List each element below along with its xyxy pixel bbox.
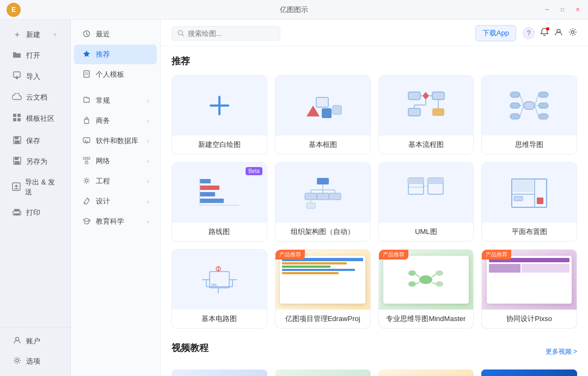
cat-education[interactable]: 教育科学 › xyxy=(74,212,157,231)
recommend-title: 推荐 xyxy=(171,55,577,67)
cat-business-label: 商务 xyxy=(96,116,110,126)
top-bar: 下载App ? xyxy=(161,20,588,46)
cat-design[interactable]: 设计 › xyxy=(74,192,157,211)
edrawproj-preview xyxy=(280,256,365,304)
svg-rect-60 xyxy=(510,114,520,119)
template-new-blank[interactable]: 新建空白绘图 xyxy=(171,75,267,155)
org-chart-img xyxy=(275,163,370,223)
svg-rect-71 xyxy=(200,186,219,190)
svg-rect-9 xyxy=(15,157,19,160)
left-sidebar: ＋ 新建 ＋ 打开 导入 云文档 模板社区 xyxy=(0,20,71,376)
search-box[interactable] xyxy=(171,26,280,41)
svg-rect-23 xyxy=(84,119,89,124)
svg-line-117 xyxy=(416,282,419,284)
cat-personal[interactable]: 个人模板 xyxy=(74,65,157,84)
cat-software-label: 软件和数据库 xyxy=(96,136,138,146)
export-icon xyxy=(12,182,21,193)
svg-rect-93 xyxy=(427,178,443,183)
cat-business[interactable]: 商务 › xyxy=(74,111,157,131)
content-scroll: 推荐 新建空白绘图 xyxy=(161,46,588,376)
flow-diagram-svg xyxy=(404,87,448,125)
nav-export[interactable]: 导出 & 发送 xyxy=(3,172,67,202)
svg-rect-98 xyxy=(537,198,543,204)
floor-plan-img xyxy=(482,163,577,223)
title-bar-left: E xyxy=(7,3,21,17)
svg-point-113 xyxy=(408,281,416,287)
cat-general[interactable]: 常规 › xyxy=(74,91,157,110)
video-card-3[interactable] xyxy=(378,369,474,376)
nav-saveas-label: 另存为 xyxy=(26,157,47,167)
nav-account[interactable]: 账户 xyxy=(3,331,67,351)
nav-print-label: 打印 xyxy=(26,208,40,218)
svg-line-31 xyxy=(85,159,87,162)
nav-templates[interactable]: 模板社区 xyxy=(3,108,67,128)
help-button[interactable]: ? xyxy=(523,27,535,39)
pixso-row1 xyxy=(489,264,569,273)
svg-rect-58 xyxy=(510,92,520,97)
nav-cloud[interactable]: 云文档 xyxy=(3,88,67,107)
download-app-button[interactable]: 下载App xyxy=(475,25,516,41)
svg-rect-55 xyxy=(432,108,444,116)
cat-general-label: 常规 xyxy=(96,96,110,106)
template-basic-flow[interactable]: 基本流程图 xyxy=(378,75,474,155)
template-basic-frame[interactable]: 基本框图 xyxy=(275,75,371,155)
nav-print[interactable]: 打印 xyxy=(3,203,67,223)
app-title: 亿图图示 xyxy=(280,5,308,15)
template-roadmap[interactable]: 路线图 Beta xyxy=(171,162,267,242)
nav-save[interactable]: 保存 xyxy=(3,131,67,151)
cat-software[interactable]: 软件和数据库 › xyxy=(74,131,157,151)
search-input[interactable] xyxy=(188,29,274,38)
circuit-label: 基本电路图 xyxy=(172,310,267,328)
promo-banner-text: 马上收录导航 xyxy=(481,369,577,376)
nav-open[interactable]: 打开 xyxy=(3,46,67,65)
cat-recent[interactable]: 最近 xyxy=(74,24,157,44)
template-org-chart[interactable]: 组织架构图（自动） xyxy=(275,162,371,242)
svg-line-64 xyxy=(520,95,524,106)
template-uml[interactable]: UML图 xyxy=(378,162,474,242)
video-card-2[interactable] xyxy=(275,369,371,376)
svg-rect-10 xyxy=(15,161,20,164)
nav-options[interactable]: 选项 xyxy=(3,352,67,371)
svg-point-111 xyxy=(419,275,432,284)
svg-rect-62 xyxy=(538,103,548,108)
user-profile-button[interactable] xyxy=(554,28,563,39)
cat-engineering[interactable]: 工程 › xyxy=(74,171,157,191)
new-blank-img xyxy=(172,76,267,135)
template-floor-plan[interactable]: 平面布置图 xyxy=(481,162,577,242)
svg-rect-3 xyxy=(13,118,16,121)
nav-import[interactable]: 导入 xyxy=(3,66,67,87)
svg-rect-83 xyxy=(317,193,329,200)
general-icon xyxy=(82,96,91,106)
template-circuit[interactable]: 基本电路图 xyxy=(171,249,267,329)
minimize-button[interactable]: ─ xyxy=(543,6,551,14)
close-button[interactable]: ✕ xyxy=(574,6,581,14)
roadmap-diagram-svg xyxy=(198,174,241,212)
proj-bar5 xyxy=(282,272,339,274)
proj-bar3 xyxy=(282,266,330,268)
video-card-1[interactable] xyxy=(171,369,267,376)
nav-saveas[interactable]: 另存为 xyxy=(3,152,67,171)
user-avatar[interactable]: E xyxy=(7,3,21,17)
template-pixso[interactable]: 产品推荐 协同设计Pixso xyxy=(481,249,577,329)
template-mind-map[interactable]: 思维导图 xyxy=(481,75,577,155)
cat-recommend[interactable]: 推荐 xyxy=(74,45,157,64)
import-icon xyxy=(12,71,22,82)
svg-line-118 xyxy=(432,274,436,277)
personal-icon xyxy=(82,70,91,79)
maximize-button[interactable]: □ xyxy=(559,6,566,14)
notification-button[interactable] xyxy=(540,28,549,39)
more-videos-link[interactable]: 更多视频 > xyxy=(546,347,577,356)
video-grid: 马上收录导航 xyxy=(171,369,577,376)
settings-button[interactable] xyxy=(568,28,577,39)
video-card-4[interactable]: 马上收录导航 xyxy=(481,369,577,376)
template-mindmaster[interactable]: 产品推荐 专业思维导图MindMaster xyxy=(378,249,474,329)
nav-new[interactable]: ＋ 新建 ＋ xyxy=(3,24,67,45)
svg-point-114 xyxy=(436,270,443,276)
beta-badge: Beta xyxy=(246,167,262,175)
mindmaster-preview xyxy=(383,256,468,304)
template-edrawproj[interactable]: 产品推荐 亿图项目管理EdrawProj xyxy=(275,249,371,329)
education-icon xyxy=(82,217,91,226)
cat-network[interactable]: 网络 › xyxy=(74,151,157,171)
cat-personal-label: 个人模板 xyxy=(96,70,124,79)
svg-rect-30 xyxy=(85,162,88,164)
